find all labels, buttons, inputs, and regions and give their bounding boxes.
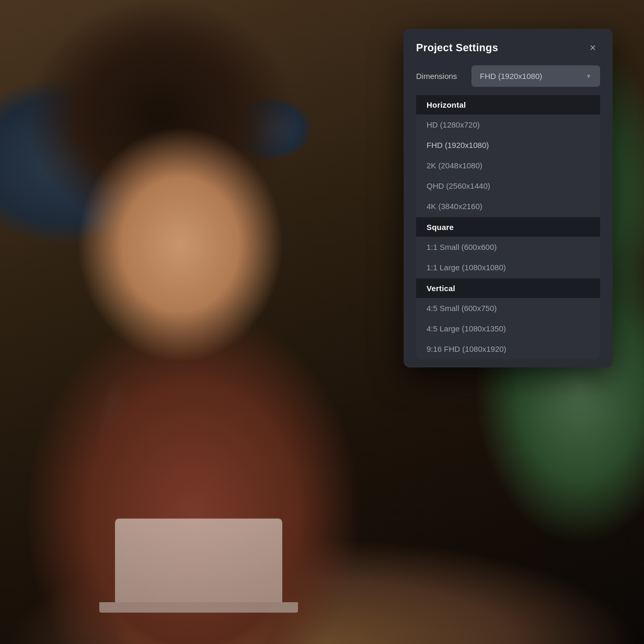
dropdown-item-vert-45-large[interactable]: 4:5 Large (1080x1350): [416, 318, 600, 339]
dropdown-item-vert-45-small[interactable]: 4:5 Small (600x750): [416, 298, 600, 318]
dimensions-selected-value: FHD (1920x1080): [480, 72, 542, 80]
dimensions-select[interactable]: FHD (1920x1080) ▼: [472, 65, 600, 87]
dropdown-item-sq-small[interactable]: 1:1 Small (600x600): [416, 237, 600, 257]
dropdown-item-4k[interactable]: 4K (3840x2160): [416, 196, 600, 216]
dropdown-item-hd[interactable]: HD (1280x720): [416, 114, 600, 135]
chevron-down-icon: ▼: [585, 73, 592, 80]
modal-overlay: Project Settings × Dimensions FHD (1920x…: [0, 0, 644, 644]
modal-title: Project Settings: [416, 42, 498, 54]
dimensions-dropdown: HorizontalHD (1280x720)FHD (1920x1080)2K…: [416, 95, 600, 359]
dropdown-header-horizontal: Horizontal: [416, 95, 600, 114]
dropdown-item-sq-large[interactable]: 1:1 Large (1080x1080): [416, 257, 600, 278]
dimensions-row: Dimensions FHD (1920x1080) ▼: [416, 65, 600, 87]
dimensions-label: Dimensions: [416, 72, 463, 80]
dropdown-header-square: Square: [416, 217, 600, 237]
dropdown-item-qhd[interactable]: QHD (2560x1440): [416, 176, 600, 196]
dropdown-item-fhd[interactable]: FHD (1920x1080): [416, 135, 600, 155]
project-settings-modal: Project Settings × Dimensions FHD (1920x…: [404, 29, 613, 367]
dropdown-item-vert-916[interactable]: 9:16 FHD (1080x1920): [416, 339, 600, 359]
modal-header: Project Settings ×: [404, 29, 613, 65]
close-button[interactable]: ×: [585, 40, 600, 55]
dropdown-header-vertical: Vertical: [416, 279, 600, 298]
dropdown-item-2k[interactable]: 2K (2048x1080): [416, 155, 600, 176]
modal-body: Dimensions FHD (1920x1080) ▼ HorizontalH…: [404, 65, 613, 367]
